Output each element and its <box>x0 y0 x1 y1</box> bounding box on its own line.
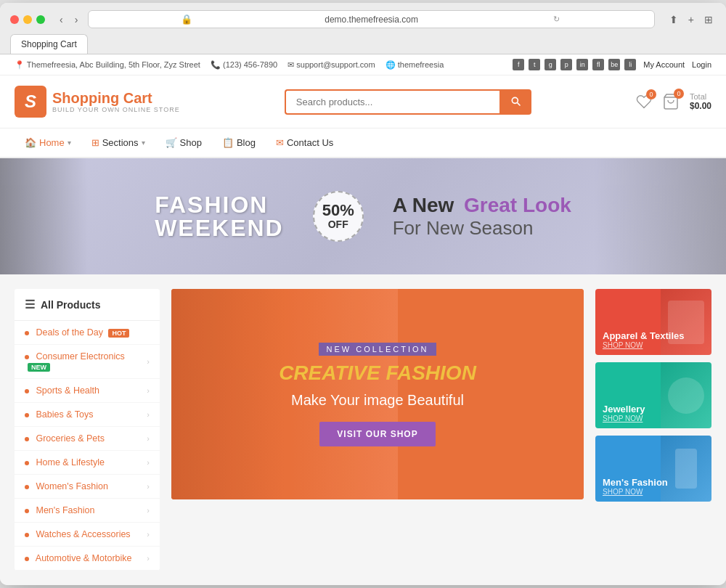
nav-link-contact[interactable]: ✉ Contact Us <box>266 128 343 157</box>
featured-banner: NEW COLLECTION CREATIVE FASHION Make You… <box>171 289 584 499</box>
home-icon: 🏠 <box>25 137 36 148</box>
cart-total-label: Total <box>690 92 711 101</box>
jewellery-image-placeholder <box>668 377 704 414</box>
sidebar-item-electronics[interactable]: Consumer Electronics NEW › <box>15 345 160 379</box>
close-dot[interactable] <box>10 15 19 24</box>
nav-link-blog[interactable]: 📋 Blog <box>212 128 266 157</box>
back-button[interactable]: ‹ <box>57 12 66 27</box>
linkedin-icon[interactable]: li <box>624 59 636 70</box>
sidebar-item-groceries[interactable]: Groceries & Pets › <box>15 427 160 451</box>
url-text: demo.themefreesia.com <box>281 15 462 25</box>
logo-area: S Shopping Cart BUILD YOUR OWN ONLINE ST… <box>15 86 180 118</box>
home-lifestyle-link[interactable]: Home & Lifestyle <box>36 457 104 467</box>
auto-link[interactable]: Automotive & Motorbike <box>36 553 132 563</box>
babies-link[interactable]: Babies & Toys <box>36 409 93 420</box>
groceries-link[interactable]: Groceries & Pets <box>36 433 104 444</box>
login-link[interactable]: Login <box>692 60 711 69</box>
url-bar[interactable]: 🔒 demo.themefreesia.com ↻ <box>88 10 654 28</box>
facebook-icon[interactable]: f <box>513 59 524 70</box>
info-bar: 📍 Themefreesia, Abc Building, 5th Floor,… <box>0 54 726 75</box>
tabs-button[interactable]: ⊞ <box>701 12 716 27</box>
creative-fashion-label: CREATIVE FASHION <box>279 362 476 385</box>
groceries-arrow: › <box>147 434 150 443</box>
nav-item-shop: 🛒 Shop <box>155 128 212 157</box>
browser-chrome: ‹ › 🔒 demo.themefreesia.com ↻ ⬆ + ⊞ Shop… <box>0 3 726 54</box>
side-banner-mens-fashion[interactable]: Men's Fashion SHOP NOW <box>595 436 711 502</box>
maximize-dot[interactable] <box>36 15 45 24</box>
sidebar-item-babies[interactable]: Babies & Toys › <box>15 403 160 427</box>
home-lifestyle-dot <box>25 461 29 465</box>
search-button[interactable] <box>499 89 531 115</box>
search-area <box>285 89 531 115</box>
wishlist-button[interactable]: 0 <box>636 94 652 110</box>
cart-button[interactable]: 0 <box>662 93 680 110</box>
sidebar-item-sports[interactable]: Sports & Health › <box>15 379 160 403</box>
hero-content: FASHION WEEKEND 50% OFF A New Great Look… <box>0 191 726 242</box>
hero-line1: FASHION <box>155 193 284 216</box>
flickr-icon[interactable]: fl <box>592 59 604 70</box>
side-banner-jewellery[interactable]: Jewellery SHOP NOW <box>595 362 711 428</box>
sidebar-item-home[interactable]: Home & Lifestyle › <box>15 451 160 475</box>
side-banners: Apparel & Textiles SHOP NOW Jewellery SH… <box>595 289 711 571</box>
electronics-dot <box>25 355 29 359</box>
instagram-icon[interactable]: in <box>576 59 588 70</box>
womens-arrow: › <box>147 482 150 491</box>
deals-link[interactable]: Deals of the Day <box>36 327 102 338</box>
behance-icon[interactable]: be <box>608 59 620 70</box>
nav-link-home[interactable]: 🏠 Home ▾ <box>15 128 81 157</box>
womens-link[interactable]: Women's Fashion <box>36 481 107 491</box>
apparel-text: Apparel & Textiles SHOP NOW <box>603 330 684 349</box>
nav-link-shop[interactable]: 🛒 Shop <box>155 128 212 157</box>
email-text: ✉ support@support.com <box>287 60 375 70</box>
sidebar: ☰ All Products Deals of the Day HOT Cons… <box>15 289 160 571</box>
twitter-icon[interactable]: t <box>529 59 540 70</box>
watches-arrow: › <box>147 530 150 539</box>
my-account-link[interactable]: My Account <box>643 60 685 69</box>
jewellery-text: Jewellery SHOP NOW <box>603 404 645 422</box>
sidebar-watches-label: Watches & Accessories <box>25 529 131 539</box>
sidebar-groceries-label: Groceries & Pets <box>25 433 105 444</box>
hero-text-left: FASHION WEEKEND <box>155 193 284 240</box>
sidebar-title: All Products <box>41 299 100 311</box>
share-button[interactable]: ⬆ <box>666 12 681 27</box>
sidebar-home-label: Home & Lifestyle <box>25 457 105 467</box>
sidebar-item-deals[interactable]: Deals of the Day HOT <box>15 321 160 345</box>
info-bar-left: 📍 Themefreesia, Abc Building, 5th Floor,… <box>15 60 444 70</box>
mens-fashion-shop-link[interactable]: SHOP NOW <box>603 488 668 496</box>
mens-link[interactable]: Men's Fashion <box>36 505 94 515</box>
sidebar-babies-label: Babies & Toys <box>25 409 93 420</box>
sidebar-item-automotive[interactable]: Automotive & Motorbike › <box>15 547 160 571</box>
forward-button[interactable]: › <box>72 12 81 27</box>
active-tab[interactable]: Shopping Cart <box>10 34 88 54</box>
new-tab-button[interactable]: + <box>685 12 697 27</box>
pinterest-icon[interactable]: p <box>560 59 572 70</box>
hero-text-right: A New Great Look For New Season <box>393 194 571 240</box>
hero-percent: 50% <box>322 203 354 219</box>
browser-tabs: Shopping Cart <box>10 34 716 54</box>
sidebar-item-womens[interactable]: Women's Fashion › <box>15 475 160 499</box>
electronics-link[interactable]: Consumer Electronics <box>36 351 124 362</box>
logo-title: Shopping Cart <box>52 90 180 106</box>
watches-link[interactable]: Watches & Accessories <box>36 529 130 539</box>
banner-text: NEW COLLECTION CREATIVE FASHION Make You… <box>279 342 476 446</box>
sidebar-header: ☰ All Products <box>15 289 160 321</box>
sidebar-item-watches[interactable]: Watches & Accessories › <box>15 523 160 547</box>
watches-dot <box>25 533 29 537</box>
side-banner-apparel[interactable]: Apparel & Textiles SHOP NOW <box>595 289 711 355</box>
nav-link-sections[interactable]: ⊞ Sections ▾ <box>81 128 155 157</box>
search-input[interactable] <box>285 89 499 115</box>
jewellery-shop-link[interactable]: SHOP NOW <box>603 415 645 422</box>
mens-fashion-text: Men's Fashion SHOP NOW <box>603 477 668 496</box>
apparel-title: Apparel & Textiles <box>603 330 684 341</box>
info-bar-right: f t g p in fl be li My Account Login <box>513 59 711 70</box>
logo-icon[interactable]: S <box>15 86 46 118</box>
browser-action-buttons: ⬆ + ⊞ <box>666 12 716 27</box>
google-icon[interactable]: g <box>544 59 556 70</box>
visit-shop-button[interactable]: VISIT OUR SHOP <box>319 422 435 446</box>
sidebar-item-mens[interactable]: Men's Fashion › <box>15 499 160 523</box>
minimize-dot[interactable] <box>23 15 32 24</box>
apparel-shop-link[interactable]: SHOP NOW <box>603 341 684 349</box>
nav-label-sections: Sections <box>102 137 139 148</box>
sports-link[interactable]: Sports & Health <box>36 385 99 396</box>
auto-dot <box>25 557 29 561</box>
